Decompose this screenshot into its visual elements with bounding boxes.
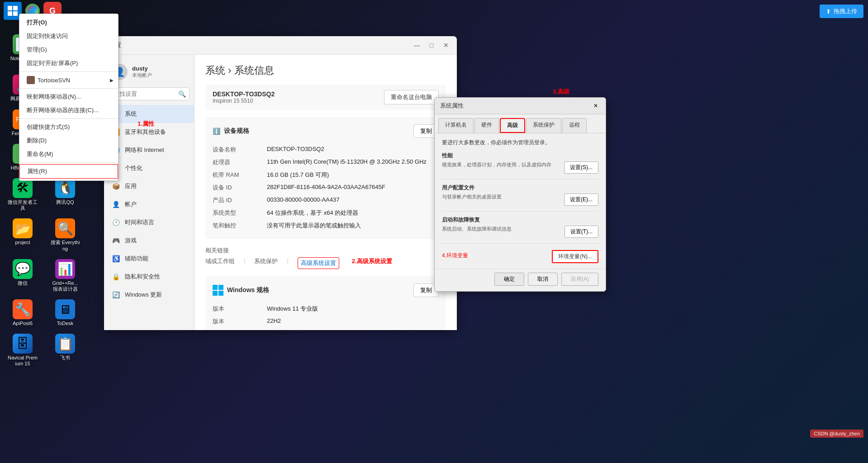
feishu-icon: 📋 xyxy=(55,334,75,354)
performance-settings-button[interactable]: 设置(S)... xyxy=(564,161,598,174)
desktop-icon-navicat[interactable]: 🗄 Navicat Premium 15 xyxy=(5,331,41,369)
startup-row: 系统启动、系统故障和调试信息 设置(T)... xyxy=(442,226,598,238)
navicat-icon: 🗄 xyxy=(13,334,33,354)
dialog-footer: 确定 取消 应用(A) xyxy=(435,269,606,291)
performance-section: 性能 视觉效果，处理器计划，内存使用，以及虚拟内存 设置(S)... xyxy=(442,152,598,174)
startup-settings-button[interactable]: 设置(T)... xyxy=(564,226,598,238)
dialog-title: 系统属性 xyxy=(440,102,464,110)
user-profile-desc: 与登录帐户相关的桌面设置 xyxy=(442,194,502,200)
rename-label: 重命名(M) xyxy=(27,150,53,158)
manage-label: 管理(G) xyxy=(27,46,47,54)
personalization-label: 个性化 xyxy=(125,164,142,172)
desktop-icon-apipost[interactable]: 🔧 ApiPost6 xyxy=(5,297,41,329)
tab-computer-name[interactable]: 计算机名 xyxy=(438,118,474,133)
maximize-button[interactable]: □ xyxy=(426,40,437,51)
minimize-button[interactable]: — xyxy=(412,40,422,51)
desktop-icon-qq[interactable]: 🐧 腾讯QQ xyxy=(47,175,83,214)
context-menu-item-delete[interactable]: 删除(D) xyxy=(19,134,118,147)
desktop-icon-todesk[interactable]: 🖥 ToDesk xyxy=(47,297,83,329)
windows-specs-header: Windows 规格 复制 xyxy=(213,283,439,297)
link-advanced[interactable]: 高级系统设置 xyxy=(298,257,339,269)
tab-hardware[interactable]: 硬件 xyxy=(474,118,499,133)
related-links-title: 相关链接 xyxy=(205,246,446,255)
table-row: 处理器 11th Gen Intel(R) Core(TM) i5-11320H… xyxy=(213,156,439,169)
everything-label: 搜索 Everything xyxy=(50,240,81,251)
context-menu-item-map-drive[interactable]: 映射网络驱动器(N)... xyxy=(19,90,118,104)
table-row: 安装日期 2022/10/13 xyxy=(213,328,439,330)
context-menu: 打开(O) 固定到快速访问 管理(G) 固定到'开始'屏幕(P) Tortois… xyxy=(19,14,119,181)
dialog-ok-button[interactable]: 确定 xyxy=(494,273,524,286)
env-vars-button[interactable]: 环境变量(N)... xyxy=(552,250,598,263)
step2-badge: 2.高级系统设置 xyxy=(352,257,392,269)
context-menu-item-properties[interactable]: 属性(R) xyxy=(19,164,118,179)
rename-button[interactable]: 重命名这台电脑 xyxy=(384,90,439,104)
sidebar-item-time[interactable]: 🕐 时间和语言 xyxy=(104,213,194,232)
desktop-icon-wechat[interactable]: 💬 微信 xyxy=(5,256,41,295)
context-menu-item-pin-start[interactable]: 固定到'开始'屏幕(P) xyxy=(19,57,118,70)
link-protection[interactable]: 系统保护 xyxy=(254,257,278,269)
time-label: 时间和语言 xyxy=(125,218,154,227)
accounts-label: 帐户 xyxy=(125,200,137,208)
settings-search[interactable]: 🔍 xyxy=(109,87,190,100)
dialog-notice: 要进行大多数更改，你必须作为管理员登录。 xyxy=(442,139,598,146)
env-vars-row: 4.环境变量 环境变量(N)... xyxy=(442,248,598,263)
desktop-icon-everything[interactable]: 🔍 搜索 Everything xyxy=(47,216,83,254)
page-title: 系统 › 系统信息 xyxy=(205,64,446,77)
sidebar-item-accessibility[interactable]: ♿ 辅助功能 xyxy=(104,250,194,268)
table-row: 笔和触控 没有可用于此显示器的笔或触控输入 xyxy=(213,219,439,232)
performance-title: 性能 xyxy=(442,152,598,160)
grid-label: Grid++Re... 报表设计器 xyxy=(50,280,81,292)
qq-label: 腾讯QQ xyxy=(56,199,74,205)
link-domain[interactable]: 域或工作组 xyxy=(205,257,235,269)
divider-1 xyxy=(442,179,598,180)
separator-1 xyxy=(19,71,118,72)
startup-title: 启动和故障恢复 xyxy=(442,216,598,224)
device-specs-header: ℹ️ 设备规格 复制 xyxy=(213,124,439,138)
search-icon: 🔍 xyxy=(178,90,186,98)
disconnect-label: 断开网络驱动器的连接(C)... xyxy=(27,106,99,114)
user-type: 本地帐户 xyxy=(132,72,152,79)
sidebar-item-windows-update[interactable]: 🔄 Windows 更新 xyxy=(104,286,194,304)
wechatdev-icon: 🛠 xyxy=(13,178,33,198)
pin-quick-label: 固定到快速访问 xyxy=(27,32,68,40)
dialog-cancel-button[interactable]: 取消 xyxy=(528,273,558,286)
table-row: 设备名称 DESKTOP-TO3DSQ2 xyxy=(213,143,439,156)
desktop-icon-grid[interactable]: 📊 Grid++Re... 报表设计器 xyxy=(47,256,83,295)
context-menu-item-rename[interactable]: 重命名(M) xyxy=(19,147,118,161)
apipost-label: ApiPost6 xyxy=(13,321,33,326)
sidebar-item-accounts[interactable]: 👤 帐户 xyxy=(104,195,194,213)
dialog-close-button[interactable]: ✕ xyxy=(591,101,600,110)
context-menu-item-disconnect[interactable]: 断开网络驱动器的连接(C)... xyxy=(19,104,118,117)
user-profile-settings-button[interactable]: 设置(E)... xyxy=(564,194,598,206)
tab-system-protect[interactable]: 系统保护 xyxy=(526,118,561,133)
desktop-icon-project[interactable]: 📂 project xyxy=(5,216,41,254)
tab-advanced[interactable]: 高级 xyxy=(500,118,525,133)
gaming-label: 游戏 xyxy=(125,236,137,245)
desktop-icon-feishu[interactable]: 📋 飞书 xyxy=(47,331,83,369)
separator-3 xyxy=(19,118,118,119)
sidebar-item-privacy[interactable]: 🔒 隐私和安全性 xyxy=(104,268,194,286)
context-menu-item-manage[interactable]: 管理(G) xyxy=(19,43,118,57)
separator-link-1: | xyxy=(244,257,245,269)
map-drive-label: 映射网络驱动器(N)... xyxy=(27,93,81,101)
context-menu-item-create-shortcut[interactable]: 创建快捷方式(S) xyxy=(19,120,118,134)
divider-3 xyxy=(442,243,598,244)
close-button[interactable]: ✕ xyxy=(441,40,451,51)
taskbar-top: 🌐 G xyxy=(0,0,868,22)
search-input[interactable] xyxy=(109,87,190,100)
windows-specs-title: Windows 规格 xyxy=(227,286,269,294)
tab-remote[interactable]: 远程 xyxy=(562,118,587,133)
sidebar-item-gaming[interactable]: 🎮 游戏 xyxy=(104,232,194,250)
user-profile-section: 用户配置文件 与登录帐户相关的桌面设置 设置(E)... xyxy=(442,184,598,206)
context-menu-item-pin-quick[interactable]: 固定到快速访问 xyxy=(19,29,118,43)
dialog-tabs: 计算机名 硬件 高级 系统保护 远程 xyxy=(435,114,606,133)
desktop-icon-wechatdev[interactable]: 🛠 微信开发者工具 xyxy=(5,175,41,214)
table-row: 产品 ID 00330-80000-00000-AA437 xyxy=(213,194,439,207)
system-label: 系统 xyxy=(125,110,137,118)
feishu-label: 飞书 xyxy=(60,355,70,361)
project-label: project xyxy=(15,240,30,246)
separator-4 xyxy=(19,162,118,163)
dialog-apply-button[interactable]: 应用(A) xyxy=(561,273,598,286)
context-menu-item-open[interactable]: 打开(O) xyxy=(19,16,118,29)
context-menu-item-tortoise[interactable]: TortoiseSVN ▶ xyxy=(19,73,118,87)
